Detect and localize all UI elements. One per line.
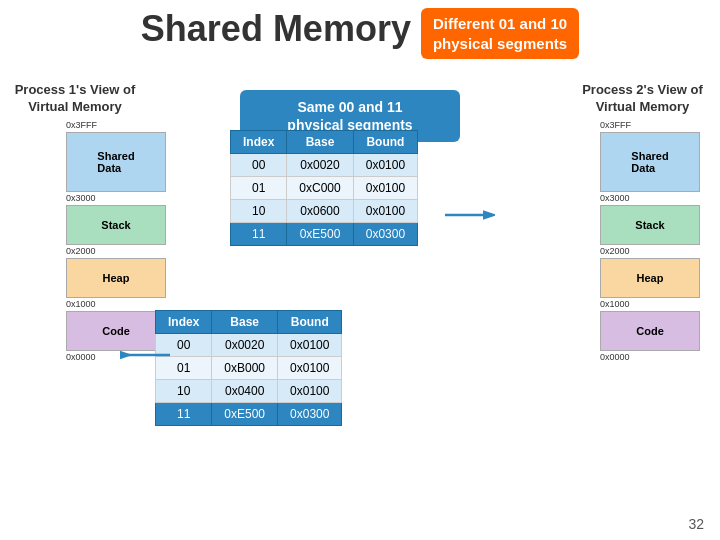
shared-data-row-left: SharedData	[28, 132, 166, 192]
top-table-row-00: 00 0x0020 0x0100	[231, 154, 418, 177]
code-block-right: Code	[600, 311, 700, 351]
addr-3000-right: 0x3000	[600, 193, 700, 203]
heap-row-left: Heap	[28, 258, 166, 298]
bottom-table-row-11: 11 0xE500 0x0300	[156, 403, 342, 426]
top-table: Index Base Bound 00 0x0020 0x0100 01 0xC…	[230, 130, 418, 246]
addr-0000-right: 0x0000	[600, 352, 700, 362]
main-title: Shared Memory	[141, 8, 411, 50]
addr-3000-left: 0x3000	[66, 193, 166, 203]
shared-data-block-left: SharedData	[66, 132, 166, 192]
top-table-row-10: 10 0x0600 0x0100	[231, 200, 418, 223]
top-table-header-base: Base	[287, 131, 353, 154]
process2-label: Process 2's View ofVirtual Memory	[575, 82, 710, 116]
addr-3fff-right: 0x3FFF	[600, 120, 700, 130]
orange-callout-text: Different 01 and 10 physical segments	[433, 15, 567, 52]
bottom-table-wrapper: Index Base Bound 00 0x0020 0x0100 01 0xB…	[155, 310, 375, 426]
addr-3fff-left: 0x3FFF	[66, 120, 166, 130]
addr-2000-right: 0x2000	[600, 246, 700, 256]
stack-block-left: Stack	[66, 205, 166, 245]
stack-block-right: Stack	[600, 205, 700, 245]
top-table-row-01: 01 0xC000 0x0100	[231, 177, 418, 200]
bottom-table-row-01: 01 0xB000 0x0100	[156, 357, 342, 380]
bottom-table: Index Base Bound 00 0x0020 0x0100 01 0xB…	[155, 310, 342, 426]
top-table-row-11: 11 0xE500 0x0300	[231, 223, 418, 246]
process1-memory: 0x3FFF SharedData 0x3000 Stack 0x2000 He…	[28, 120, 166, 362]
bottom-table-row-00: 00 0x0020 0x0100	[156, 334, 342, 357]
process2-memory: 0x3FFF SharedData 0x3000 Stack 0x2000 He…	[600, 120, 700, 362]
top-table-header-bound: Bound	[353, 131, 417, 154]
addr-1000-left: 0x1000	[66, 299, 166, 309]
orange-callout: Different 01 and 10 physical segments	[421, 8, 579, 59]
heap-block-right: Heap	[600, 258, 700, 298]
arrow-bottom-to-left	[120, 340, 170, 370]
bottom-table-header-bound: Bound	[278, 311, 342, 334]
bottom-table-header-base: Base	[212, 311, 278, 334]
stack-row-left: Stack	[28, 205, 166, 245]
top-table-wrapper: Index Base Bound 00 0x0020 0x0100 01 0xC…	[230, 130, 450, 262]
addr-1000-right: 0x1000	[600, 299, 700, 309]
page-number: 32	[688, 516, 704, 532]
top-table-header-index: Index	[231, 131, 287, 154]
heap-block-left: Heap	[66, 258, 166, 298]
addr-2000-left: 0x2000	[66, 246, 166, 256]
shared-data-block-right: SharedData	[600, 132, 700, 192]
arrow-top-to-right	[445, 200, 495, 230]
bottom-table-row-10: 10 0x0400 0x0100	[156, 380, 342, 403]
title-area: Shared Memory Different 01 and 10 physic…	[0, 8, 720, 59]
bottom-table-header-index: Index	[156, 311, 212, 334]
process1-label: Process 1's View ofVirtual Memory	[10, 82, 140, 116]
